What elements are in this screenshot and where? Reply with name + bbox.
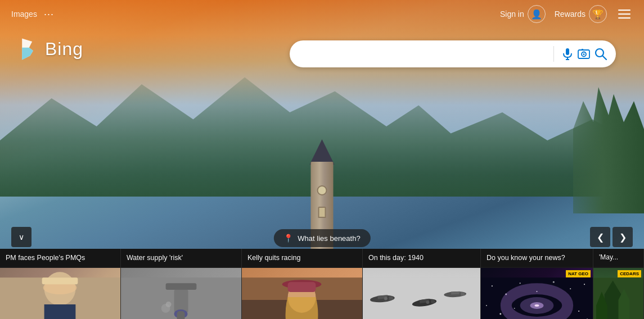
nav-images-link[interactable]: Images xyxy=(11,10,37,19)
carousel-navigation: ❮ ❯ xyxy=(590,227,633,247)
sign-in-label: Sign in xyxy=(500,10,524,19)
svg-point-20 xyxy=(166,302,172,307)
search-divider xyxy=(553,46,554,62)
collapse-icon: ∨ xyxy=(19,233,24,241)
bing-brand-name: Bing xyxy=(45,39,83,60)
planes-image xyxy=(363,268,480,319)
news-card-quiz[interactable]: Do you know your news? xyxy=(481,249,593,319)
microphone-button[interactable] xyxy=(560,45,575,62)
news-card-may[interactable]: 'May... CEDARS xyxy=(593,249,644,319)
hamburger-line-3 xyxy=(618,17,631,19)
news-card-water[interactable]: Water supply 'risk' xyxy=(121,249,242,319)
sign-in-button[interactable]: Sign in 👤 xyxy=(500,5,546,23)
cedars-badge: CEDARS xyxy=(618,270,641,277)
navbar-right: Sign in 👤 Rewards 🏆 xyxy=(500,5,633,23)
svg-point-48 xyxy=(584,284,585,285)
search-input[interactable] xyxy=(299,49,548,59)
svg-rect-16 xyxy=(174,290,188,312)
search-button[interactable] xyxy=(595,48,607,60)
svg-point-49 xyxy=(486,305,487,306)
location-pin-icon: 📍 xyxy=(283,234,293,243)
news-card-boris[interactable]: PM faces People's PMQs xyxy=(0,249,121,319)
svg-point-46 xyxy=(553,281,555,283)
faucet-image xyxy=(121,268,241,319)
news-card-6-image: CEDARS xyxy=(593,268,643,319)
svg-point-44 xyxy=(520,282,521,284)
svg-point-47 xyxy=(570,288,571,289)
svg-rect-6 xyxy=(582,49,583,50)
svg-marker-38 xyxy=(451,291,460,295)
svg-point-52 xyxy=(578,311,579,312)
rewards-button[interactable]: Rewards 🏆 xyxy=(555,5,607,23)
news-card-4-image xyxy=(363,268,480,319)
user-icon: 👤 xyxy=(528,5,546,23)
trophy-icon: 🏆 xyxy=(589,5,607,23)
news-card-5-image: NAT GEO xyxy=(481,268,593,319)
svg-rect-0 xyxy=(566,48,569,55)
svg-line-8 xyxy=(602,56,606,60)
news-card-1-title: PM faces People's PMQs xyxy=(0,249,120,267)
carousel-next-button[interactable]: ❯ xyxy=(613,227,633,247)
rewards-label: Rewards xyxy=(555,10,586,19)
camera-search-icon xyxy=(578,48,590,60)
news-card-3-image xyxy=(242,268,362,319)
search-container xyxy=(290,40,616,67)
hamburger-menu[interactable] xyxy=(616,7,633,21)
news-card-2-title: Water supply 'risk' xyxy=(121,249,241,267)
bing-logo-area[interactable]: Bing xyxy=(17,37,83,62)
svg-point-57 xyxy=(535,304,539,307)
search-icon xyxy=(595,48,607,60)
svg-marker-40 xyxy=(445,294,450,296)
hamburger-line-1 xyxy=(618,10,631,11)
navbar-left: Images ··· xyxy=(11,8,54,20)
location-info-card[interactable]: 📍 What lies beneath? xyxy=(273,229,370,247)
svg-rect-13 xyxy=(42,277,78,284)
chevron-right-icon: ❯ xyxy=(619,232,627,243)
news-strip: PM faces People's PMQs Water supply 'ris… xyxy=(0,249,644,319)
svg-point-51 xyxy=(514,308,515,309)
news-card-3-title: Kelly quits racing xyxy=(242,249,362,267)
news-card-1-image xyxy=(0,268,120,319)
news-card-4-title: On this day: 1940 xyxy=(363,249,480,267)
svg-rect-25 xyxy=(288,282,316,292)
news-card-6-title: 'May... xyxy=(593,249,643,267)
bing-b-icon xyxy=(17,37,39,62)
location-text: What lies beneath? xyxy=(298,234,360,243)
news-card-1940[interactable]: On this day: 1940 xyxy=(363,249,481,319)
chevron-left-icon: ❮ xyxy=(597,232,604,243)
news-card-5-title: Do you know your news? xyxy=(481,249,593,267)
carousel-prev-button[interactable]: ❮ xyxy=(590,227,610,247)
mic-icon xyxy=(562,48,573,60)
natgeo-badge: NAT GEO xyxy=(566,270,591,277)
tower-window xyxy=(318,207,326,218)
svg-point-50 xyxy=(499,313,501,315)
tower-roof xyxy=(310,139,335,165)
kelly-image xyxy=(242,268,362,319)
nav-more-button[interactable]: ··· xyxy=(44,8,54,20)
svg-rect-15 xyxy=(166,283,197,290)
svg-rect-11 xyxy=(44,304,76,319)
search-box xyxy=(290,40,616,67)
hamburger-line-2 xyxy=(618,13,631,15)
svg-point-5 xyxy=(583,53,584,55)
navbar: Images ··· Sign in 👤 Rewards 🏆 xyxy=(0,0,644,28)
news-card-2-image xyxy=(121,268,241,319)
visual-search-button[interactable] xyxy=(575,45,592,62)
svg-point-42 xyxy=(492,285,493,286)
svg-rect-18 xyxy=(177,311,185,319)
news-card-kelly[interactable]: Kelly quits racing xyxy=(242,249,363,319)
boris-image xyxy=(0,268,120,319)
collapse-button[interactable]: ∨ xyxy=(11,227,31,247)
tower-clock xyxy=(317,185,327,195)
